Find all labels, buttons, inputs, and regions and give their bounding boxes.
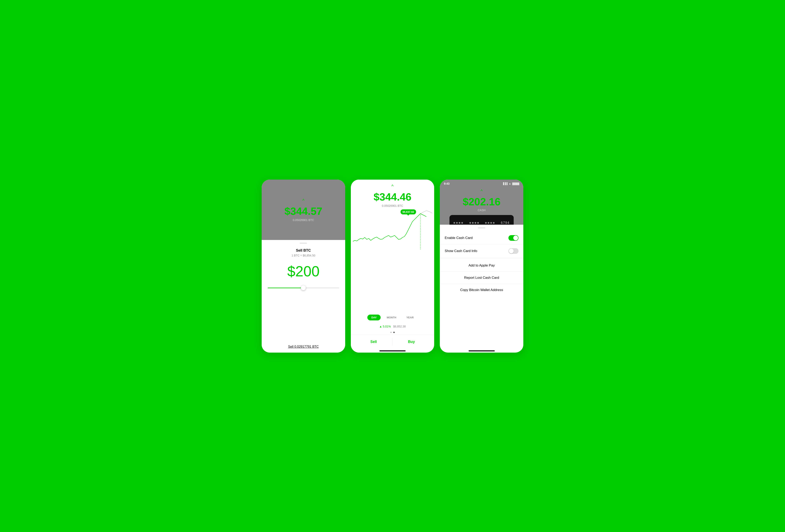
screen3-bottom-sheet: Enable Cash Card Show Cash Card Info Add… xyxy=(440,225,523,350)
home-indicator-3 xyxy=(469,350,495,351)
sell-button[interactable]: Sell xyxy=(355,337,392,346)
chevron-up-icon-3: ^ xyxy=(481,188,483,194)
price-change-pct: ▲ 5.01% xyxy=(379,325,391,328)
btc-chart-subtitle: 0.05026901 BTC xyxy=(382,204,403,207)
tab-month[interactable]: MONTH xyxy=(383,315,400,320)
screen1-top-bg: ^ $344.57 0.05026901 BTC xyxy=(262,180,345,240)
chart-tooltip: $6,637.92 xyxy=(401,209,416,214)
tab-year[interactable]: YEAR xyxy=(402,315,417,320)
sell-title: Sell BTC xyxy=(296,248,311,252)
card-dot-group-2 xyxy=(470,222,479,224)
chevron-up-icon-2: ^ xyxy=(391,184,394,189)
bottom-drag-handle xyxy=(478,228,485,228)
price-change-val: $6,852.38 xyxy=(393,325,406,328)
btc-balance-subtitle: 0.05026901 BTC xyxy=(293,218,314,222)
card-dot xyxy=(493,222,495,224)
screens-container: ^ $344.57 0.05026901 BTC Sell BTC 1 BTC … xyxy=(262,180,523,353)
slider-track xyxy=(268,288,339,288)
status-icons: ▐▐▐ ▲ ▓▓▓▓ xyxy=(502,182,519,185)
card-dot xyxy=(488,222,489,224)
screen2-top-section: ^ $344.46 0.05026901 BTC $6,637.92 DAY M… xyxy=(351,180,434,335)
price-change-row: ▲ 5.01% $6,852.38 xyxy=(355,323,430,330)
card-dot xyxy=(454,222,455,224)
card-dot xyxy=(475,222,476,224)
screen3-top-bg: ^ $202.16 CASH xyxy=(440,186,523,225)
status-time: 9:43 xyxy=(444,182,450,185)
screen2-bottom-bar: Sell Buy xyxy=(351,335,434,349)
card-dot-group-1 xyxy=(454,222,463,224)
card-last-four: 6794 xyxy=(501,221,510,225)
add-to-apple-pay-button[interactable]: Add to Apple Pay xyxy=(440,260,523,272)
show-cash-card-info-toggle[interactable] xyxy=(508,248,518,254)
screen-btc-chart: ^ $344.46 0.05026901 BTC $6,637.92 DAY M… xyxy=(351,180,434,353)
card-dot xyxy=(459,222,460,224)
home-indicator xyxy=(379,350,406,351)
sell-dollar-amount: $200 xyxy=(287,263,320,280)
enable-cash-card-label: Enable Cash Card xyxy=(445,236,473,240)
buy-button[interactable]: Buy xyxy=(393,337,430,346)
toggle-thumb-2 xyxy=(509,248,514,254)
dot-2 xyxy=(393,332,395,333)
sell-slider[interactable] xyxy=(268,288,339,288)
card-dot xyxy=(461,222,463,224)
card-dot-group-3 xyxy=(485,222,495,224)
status-bar: 9:43 ▐▐▐ ▲ ▓▓▓▓ xyxy=(440,180,523,186)
slider-thumb[interactable] xyxy=(301,285,306,290)
copy-bitcoin-wallet-button[interactable]: Copy Bitcoin Wallet Address xyxy=(440,284,523,296)
menu-show-cash-card-info[interactable]: Show Cash Card Info xyxy=(440,245,523,258)
card-dot xyxy=(485,222,487,224)
btc-balance-amount: $344.57 xyxy=(284,205,322,217)
sell-btc-label: Sell 0.02917791 BTC xyxy=(288,345,319,349)
report-lost-cash-card-button[interactable]: Report Lost Cash Card xyxy=(440,272,523,284)
screen2-header: ^ $344.46 0.05026901 BTC xyxy=(355,184,430,207)
card-dot xyxy=(477,222,479,224)
menu-enable-cash-card[interactable]: Enable Cash Card xyxy=(440,232,523,245)
card-dot xyxy=(490,222,492,224)
chevron-up-icon: ^ xyxy=(302,198,304,203)
toggle-thumb xyxy=(513,236,518,240)
screen1-bottom-sheet: Sell BTC 1 BTC = $6,854.50 $200 Sell 0.0… xyxy=(262,240,345,353)
enable-cash-card-toggle[interactable] xyxy=(508,235,518,241)
signal-icon: ▐▐▐ xyxy=(502,182,508,185)
card-dot xyxy=(456,222,458,224)
tab-day[interactable]: DAY xyxy=(368,315,381,320)
time-tabs: DAY MONTH YEAR xyxy=(355,315,430,320)
btc-chart-area: $6,637.92 xyxy=(353,209,432,312)
battery-icon: ▓▓▓▓ xyxy=(512,182,519,185)
cash-balance: $202.16 xyxy=(463,196,501,208)
btc-chart-value: $344.46 xyxy=(374,191,411,203)
card-dot xyxy=(470,222,471,224)
dot-indicators xyxy=(355,332,430,333)
show-cash-card-info-label: Show Cash Card Info xyxy=(445,249,477,253)
drag-handle xyxy=(300,243,307,244)
sell-rate: 1 BTC = $6,854.50 xyxy=(292,254,315,257)
dot-1 xyxy=(390,332,392,333)
card-dot xyxy=(472,222,474,224)
screen-sell-btc: ^ $344.57 0.05026901 BTC Sell BTC 1 BTC … xyxy=(262,180,345,353)
cash-subtitle: CASH xyxy=(478,209,485,212)
btc-chart-svg xyxy=(353,209,432,249)
card-dots-row: 6794 xyxy=(454,221,509,225)
screen-cash-card: 9:43 ▐▐▐ ▲ ▓▓▓▓ ^ $202.16 CASH xyxy=(440,180,523,353)
wifi-icon: ▲ xyxy=(509,182,511,185)
